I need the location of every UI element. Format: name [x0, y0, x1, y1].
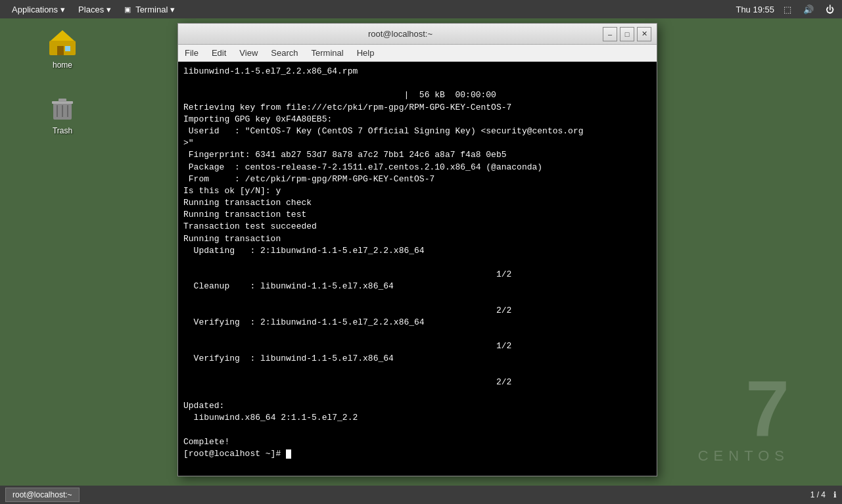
window-controls: – □ ✕	[603, 27, 651, 41]
trash-icon[interactable]: Trash	[36, 92, 89, 135]
power-icon[interactable]: ⏻	[823, 3, 837, 16]
terminal-chevron: ▾	[170, 5, 175, 14]
help-menu[interactable]: Help	[350, 45, 381, 62]
centos-text: CENTOS	[698, 447, 789, 465]
datetime-display: Thu 19:55	[736, 5, 774, 14]
terminal-icon: ▣	[124, 5, 131, 14]
home-icon[interactable]: home	[36, 26, 89, 70]
applications-label: Applications	[12, 5, 58, 14]
centos-number: 7	[698, 369, 789, 447]
top-panel: Applications ▾ Places ▾ ▣ Terminal ▾ Thu…	[0, 0, 842, 18]
terminal-output: libunwind-1.1-5.el7_2.2.x86_64.rpm | 56 …	[183, 66, 651, 460]
top-panel-right: Thu 19:55 ⬚ 🔊 ⏻	[736, 3, 837, 16]
trash-svg	[48, 93, 77, 122]
view-menu[interactable]: View	[233, 45, 264, 62]
volume-icon[interactable]: 🔊	[801, 3, 816, 16]
bottom-taskbar: root@localhost:~ 1 / 4 ℹ	[0, 486, 842, 504]
taskbar-item-label: root@localhost:~	[12, 490, 72, 499]
svg-marker-1	[51, 30, 74, 41]
centos-watermark: 7 CENTOS	[698, 369, 789, 465]
home-icon-img	[47, 26, 78, 58]
applications-menu[interactable]: Applications ▾	[5, 0, 72, 18]
minimize-button[interactable]: –	[603, 27, 617, 41]
pager-display: 1 / 4	[810, 490, 826, 499]
taskbar-right: 1 / 4 ℹ	[810, 490, 837, 499]
taskbar-terminal-item[interactable]: root@localhost:~	[5, 488, 80, 502]
close-button[interactable]: ✕	[637, 27, 651, 41]
terminal-menubar: File Edit View Search Terminal Help	[178, 45, 657, 62]
terminal-cursor	[286, 449, 291, 459]
terminal-menu-item[interactable]: Terminal	[305, 45, 350, 62]
terminal-label: Terminal	[135, 5, 168, 14]
screen-icon[interactable]: ⬚	[781, 3, 794, 16]
places-menu[interactable]: Places ▾	[72, 0, 118, 18]
search-menu[interactable]: Search	[264, 45, 304, 62]
svg-rect-2	[57, 46, 64, 55]
terminal-window: root@localhost:~ – □ ✕ File Edit View Se…	[177, 23, 657, 476]
home-icon-label: home	[53, 60, 72, 70]
terminal-title: root@localhost:~	[198, 29, 603, 39]
taskbar-left: root@localhost:~	[5, 488, 80, 502]
terminal-menu[interactable]: ▣ Terminal ▾	[118, 0, 181, 18]
applications-chevron: ▾	[60, 5, 65, 14]
top-panel-left: Applications ▾ Places ▾ ▣ Terminal ▾	[5, 0, 181, 18]
terminal-body[interactable]: libunwind-1.1-5.el7_2.2.x86_64.rpm | 56 …	[178, 62, 657, 476]
file-menu[interactable]: File	[178, 45, 205, 62]
places-chevron: ▾	[106, 5, 111, 14]
terminal-titlebar: root@localhost:~ – □ ✕	[178, 24, 657, 45]
info-icon[interactable]: ℹ	[833, 490, 837, 499]
places-label: Places	[78, 5, 104, 14]
trash-icon-img	[47, 92, 78, 124]
svg-rect-6	[58, 99, 66, 102]
svg-rect-3	[65, 46, 70, 51]
home-svg	[48, 28, 77, 57]
trash-icon-label: Trash	[53, 126, 72, 135]
edit-menu[interactable]: Edit	[205, 45, 233, 62]
maximize-button[interactable]: □	[620, 27, 634, 41]
